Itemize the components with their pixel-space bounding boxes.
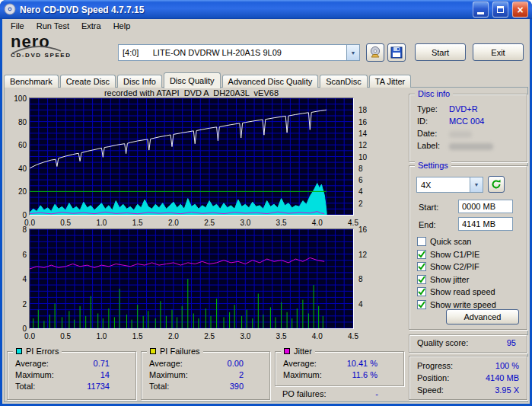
checkbox-quick-scan[interactable]: Quick scan	[417, 236, 471, 247]
chevron-down-icon[interactable]: ▼	[346, 45, 359, 60]
axis-tick-label: 12	[358, 251, 374, 259]
disc-type-value: DVD+R	[449, 104, 478, 113]
end-position-field[interactable]	[458, 217, 513, 231]
eject-disc-icon	[368, 46, 382, 59]
start-position-label: Start:	[419, 203, 438, 212]
position-label: Position:	[417, 373, 449, 382]
progress-value: 100 %	[495, 361, 519, 370]
exit-button[interactable]: Exit	[473, 43, 524, 61]
axis-tick-label: 1.0	[91, 333, 111, 340]
titlebar[interactable]: Nero CD-DVD Speed 4.7.7.15 ×	[0, 0, 532, 19]
tab-benchmark[interactable]: Benchmark	[4, 75, 59, 88]
checkbox-show-jitter[interactable]: Show jitter	[417, 274, 469, 285]
menu-item-run-test[interactable]: Run Test	[30, 21, 75, 31]
jitter-maximum-value: 11.6 %	[352, 370, 377, 379]
checkbox-show-read-speed[interactable]: Show read speed	[417, 286, 495, 297]
tab-disc-quality[interactable]: Disc Quality	[164, 72, 221, 88]
checkbox-show-c1-pie[interactable]: Show C1/PIE	[417, 249, 479, 260]
eject-button[interactable]	[366, 43, 384, 62]
start-button[interactable]: Start	[415, 43, 466, 61]
advanced-button[interactable]: Advanced	[446, 309, 519, 324]
refresh-icon	[491, 179, 502, 190]
checkbox-show-c2-pif[interactable]: Show C2/PIF	[417, 261, 479, 272]
checkbox-show-write-speed[interactable]: Show write speed	[417, 299, 496, 310]
speed-value: 3.95 X	[495, 385, 519, 395]
tab-scandisc[interactable]: ScanDisc	[320, 75, 367, 88]
menu-item-file[interactable]: File	[5, 21, 30, 31]
refresh-button[interactable]	[488, 176, 505, 193]
disc-date-label: Date:	[417, 129, 449, 138]
nero-swoosh-icon	[11, 44, 64, 55]
axis-tick-label: 14	[358, 130, 374, 138]
tab-ta-jitter[interactable]: TA Jitter	[369, 75, 412, 88]
disc-quality-page: recorded with ATAPI DVD A DH20A3L vEV68 …	[4, 87, 528, 402]
pi-failures-title: PI Failures	[147, 347, 203, 356]
jitter-average-value: 10.41 %	[347, 359, 377, 368]
pi-failures-maximum-label: Maximum:	[149, 370, 188, 379]
save-button[interactable]	[387, 43, 406, 62]
pi-failures-total-row: Total:390	[149, 382, 262, 391]
speed-label: Speed:	[417, 385, 444, 395]
pi-errors-total-value: 11734	[87, 382, 110, 391]
axis-tick-label: 3.5	[272, 333, 291, 340]
disc-id-label: ID:	[417, 117, 449, 126]
position-row: Position: 4140 MB	[417, 373, 519, 382]
po-failures-label: PO failures:	[282, 389, 326, 398]
jitter-average-row: Average:10.41 %	[283, 359, 396, 368]
pi-errors-total-row: Total:11734	[15, 382, 128, 391]
chevron-down-icon[interactable]: ▼	[470, 177, 483, 192]
disc-info-group: Disc info Type:DVD+R ID:MCC 004 Date: La…	[409, 94, 527, 162]
progress-group: Progress: 100 % Position: 4140 MB Speed:…	[409, 356, 527, 400]
checked-checkbox-icon[interactable]	[417, 250, 426, 259]
pi-failures-title-text: PI Failures	[160, 347, 200, 356]
checked-checkbox-icon[interactable]	[417, 275, 426, 284]
axis-tick-label: 2.0	[164, 219, 183, 227]
menu-item-extra[interactable]: Extra	[75, 21, 107, 31]
maximize-button[interactable]	[492, 2, 508, 18]
tab-strip: BenchmarkCreate DiscDisc InfoDisc Qualit…	[4, 72, 413, 88]
menu-item-help[interactable]: Help	[107, 21, 137, 31]
pi-failures-total-label: Total:	[149, 382, 169, 391]
tab-create-disc[interactable]: Create Disc	[60, 75, 116, 88]
tab-disc-info[interactable]: Disc Info	[117, 75, 162, 88]
minimize-button[interactable]	[473, 2, 489, 18]
start-position-field[interactable]	[458, 200, 513, 213]
pi-failures-maximum-row: Maximum:2	[149, 370, 262, 379]
progress-row: Progress: 100 %	[417, 361, 519, 370]
pi-errors-maximum-value: 14	[100, 370, 110, 379]
pi-errors-title: PI Errors	[13, 347, 62, 356]
disc-label-redacted	[449, 143, 493, 150]
pi-errors-total-label: Total:	[15, 382, 35, 391]
axis-tick-label: 4	[358, 188, 374, 196]
axis-tick-label: 4	[358, 301, 374, 308]
pi-errors-maximum-row: Maximum:14	[15, 370, 128, 379]
axis-tick-label: 6	[358, 177, 374, 184]
checkbox-label: Show read speed	[430, 287, 495, 296]
close-button[interactable]: ×	[512, 2, 528, 18]
axis-tick-label: 60	[5, 142, 27, 149]
scan-speed-select[interactable]: 4X ▼	[416, 177, 483, 193]
axis-tick-label: 2.0	[164, 333, 183, 340]
axis-tick-label: 4	[5, 276, 27, 283]
checked-checkbox-icon[interactable]	[417, 287, 426, 296]
pi-failures-total-value: 390	[230, 382, 244, 391]
disc-date-redacted	[449, 131, 472, 138]
disc-label-row: Label:	[417, 141, 521, 150]
pi-errors-swatch	[16, 348, 22, 354]
axis-tick-label: 8	[358, 165, 374, 173]
disc-id-value: MCC 004	[449, 117, 484, 126]
axis-tick-label: 18	[358, 107, 374, 114]
tab-advanced-disc-quality[interactable]: Advanced Disc Quality	[222, 75, 319, 88]
checked-checkbox-icon[interactable]	[417, 262, 426, 271]
jitter-maximum-row: Maximum:11.6 %	[283, 370, 396, 379]
pi-errors-maximum-label: Maximum:	[15, 370, 54, 379]
drive-selector[interactable]: [4:0] LITE-ON DVDRW LH-20A1S 9L09 ▼	[118, 44, 360, 61]
pi-failures-average-value: 0.00	[228, 359, 244, 368]
unchecked-checkbox-icon[interactable]	[417, 237, 426, 246]
recorded-with-header: recorded with ATAPI DVD A DH20A3L vEV68	[29, 88, 354, 98]
disc-type-row: Type:DVD+R	[417, 104, 521, 113]
disc-quality-bottom-chart: 024684812160.00.51.01.52.02.53.03.54.04.…	[29, 229, 354, 329]
checked-checkbox-icon[interactable]	[417, 300, 426, 309]
po-failures-value: -	[375, 389, 378, 398]
checkbox-label: Show C2/PIF	[430, 262, 479, 271]
